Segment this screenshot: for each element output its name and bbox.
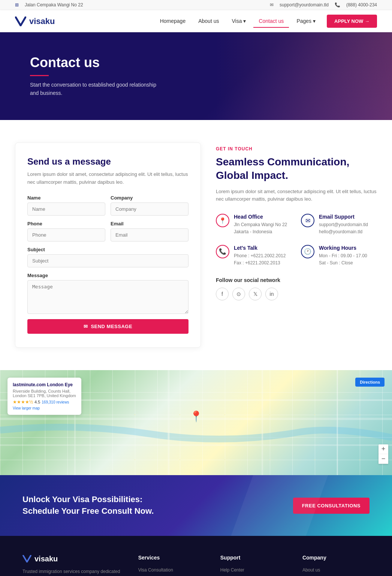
form-group-email: Email [111, 221, 189, 242]
list-item: Visa Consultation [138, 567, 205, 573]
info-grid: 📍 Head Office Jln Cempaka Wangi No 22 Ja… [216, 214, 377, 267]
hero-section: Contact us Start the conversation to est… [0, 32, 392, 120]
lets-talk-icon: 📞 [216, 245, 229, 258]
form-group-company: Company [111, 195, 189, 216]
email-text: support@yourdomain.tld [280, 2, 329, 8]
email-support-icon: ✉ [301, 214, 314, 227]
support-link-0[interactable]: Help Center [220, 567, 244, 573]
map-background: 📍 lastminute.com London Eye Riverside Bu… [0, 370, 392, 475]
instagram-icon[interactable]: ⊙ [232, 288, 245, 300]
lets-talk-title: Let's Talk [234, 245, 286, 251]
get-in-touch-tag: GET IN TOUCH [216, 146, 377, 152]
form-group-name: Name [27, 195, 105, 216]
popup-rating: 4.5 [34, 400, 40, 404]
main-nav: Homepage About us Visa ▾ Contact us Page… [155, 15, 377, 28]
pages-dropdown-icon: ▾ [313, 18, 316, 24]
hero-divider [30, 75, 49, 76]
info-email-support: ✉ Email Support support@yourdomain.tld h… [301, 214, 377, 236]
list-item: About us [302, 567, 370, 573]
map-section: 📍 lastminute.com London Eye Riverside Bu… [0, 370, 392, 475]
services-link-0[interactable]: Visa Consultation [138, 567, 173, 573]
popup-title: lastminute.com London Eye [13, 382, 76, 387]
head-office-line1: Jln Cempaka Wangi No 22 [234, 221, 287, 228]
form-row-subject: Subject [27, 247, 189, 267]
hero-content: Contact us Start the conversation to est… [30, 55, 161, 98]
social-section: Follow our social network f ⊙ 𝕏 in [216, 277, 377, 300]
company-label: Company [111, 195, 189, 201]
info-working-hours: 🕐 Working Hours Mon - Fri : 09.00 - 17.0… [301, 245, 377, 267]
head-office-content: Head Office Jln Cempaka Wangi No 22 Jaka… [234, 214, 287, 236]
lets-talk-line1: Phone : +6221.2002.2012 [234, 252, 286, 260]
nav-contact[interactable]: Contact us [253, 15, 289, 28]
name-input[interactable] [27, 202, 105, 216]
form-row-phone-email: Phone Email [27, 221, 189, 242]
logo[interactable]: visaku [15, 16, 55, 26]
cta-button[interactable]: FREE CONSULTATIONS [293, 498, 370, 514]
nav-homepage[interactable]: Homepage [155, 15, 191, 28]
head-office-line2: Jakarta - Indonesia [234, 228, 287, 236]
form-description: Lorem ipsum dolor sit amet, consectetur … [27, 171, 189, 186]
contact-section-title: Seamless Communication, Global Impact. [216, 155, 377, 183]
main-section: Send us a message Lorem ipsum dolor sit … [0, 120, 392, 370]
footer-company-title: Company [302, 555, 370, 561]
form-group-message: Message [27, 273, 189, 314]
top-bar: ⊞ Jalan Cempaka Wangi No 22 ✉ support@yo… [0, 0, 392, 10]
working-hours-content: Working Hours Mon - Fri : 09.00 - 17.00 … [319, 245, 367, 267]
email-support-content: Email Support support@yourdomain.tld hel… [319, 214, 368, 236]
form-group-subject: Subject [27, 247, 189, 267]
footer-support-list: Help Center Visa Information Immigration… [220, 567, 287, 576]
map-zoom-in[interactable]: + [379, 444, 388, 454]
head-office-icon: 📍 [216, 214, 229, 227]
footer-services: Services Visa Consultation Document Veri… [138, 555, 205, 576]
hero-title: Contact us [30, 55, 161, 70]
top-bar-left: ⊞ Jalan Cempaka Wangi No 22 [15, 2, 83, 8]
footer-company: Company About us Leadership Careers Arti… [302, 555, 370, 576]
map-directions-button[interactable]: Directions [355, 378, 385, 387]
view-larger-map-link[interactable]: View larger map [13, 406, 76, 410]
email-label: Email [111, 221, 189, 226]
footer-services-title: Services [138, 555, 205, 561]
message-input[interactable] [27, 280, 189, 314]
phone-input[interactable] [27, 228, 105, 242]
social-icons: f ⊙ 𝕏 in [216, 288, 377, 300]
footer-logo-text: visaku [34, 555, 58, 563]
lets-talk-line2: Fax : +6221.2002.2013 [234, 260, 286, 267]
linkedin-icon[interactable]: in [265, 288, 278, 300]
cta-text: Unlock Your Visa Possibilities: Schedule… [22, 494, 172, 517]
contact-info-section: GET IN TOUCH Seamless Communication, Glo… [216, 142, 377, 348]
nav-about[interactable]: About us [193, 15, 224, 28]
company-link-0[interactable]: About us [302, 567, 320, 573]
phone-text: (888) 4000-234 [346, 2, 377, 8]
email-support-title: Email Support [319, 214, 368, 220]
send-message-button[interactable]: ✉ SEND MESSAGE [27, 319, 189, 334]
logo-icon [15, 16, 26, 26]
name-label: Name [27, 195, 105, 201]
nav-pages[interactable]: Pages ▾ [291, 15, 321, 28]
map-pin: 📍 [190, 410, 203, 423]
info-head-office: 📍 Head Office Jln Cempaka Wangi No 22 Ja… [216, 214, 292, 236]
footer-support: Support Help Center Visa Information Imm… [220, 555, 287, 576]
contact-section-desc: Lorem ipsum dolor sit amet, consectetur … [216, 188, 377, 204]
footer-brand-desc: Trusted immigration services company ded… [22, 568, 123, 576]
footer-brand: visaku Trusted immigration services comp… [22, 555, 123, 576]
apply-now-button[interactable]: APPLY NOW → [327, 15, 377, 28]
subject-input[interactable] [27, 254, 189, 267]
footer-support-title: Support [220, 555, 287, 561]
message-label: Message [27, 273, 189, 278]
email-input[interactable] [111, 228, 189, 242]
company-input[interactable] [111, 202, 189, 216]
nav-visa[interactable]: Visa ▾ [226, 15, 251, 28]
facebook-icon[interactable]: f [216, 288, 229, 300]
map-zoom-out[interactable]: − [379, 454, 388, 464]
address-text: Jalan Cempaka Wangi No 22 [25, 2, 83, 8]
twitter-icon[interactable]: 𝕏 [249, 288, 262, 300]
contact-form-card: Send us a message Lorem ipsum dolor sit … [15, 142, 201, 348]
hero-subtitle: Start the conversation to established go… [30, 81, 161, 98]
cta-banner: Unlock Your Visa Possibilities: Schedule… [0, 475, 392, 536]
footer-logo-icon [22, 555, 31, 562]
popup-reviews: 169,310 reviews [42, 400, 69, 404]
working-hours-title: Working Hours [319, 245, 367, 251]
working-hours-icon: 🕐 [301, 245, 314, 258]
working-hours-line1: Mon - Fri : 09.00 - 17.00 [319, 252, 367, 260]
subject-label: Subject [27, 247, 189, 252]
